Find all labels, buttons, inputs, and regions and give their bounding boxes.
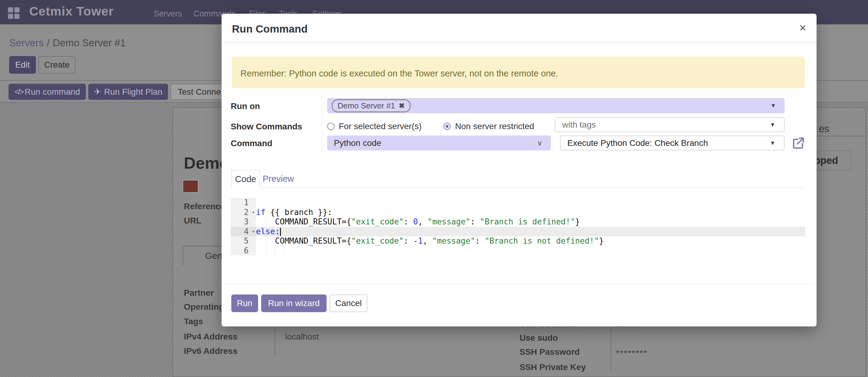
modal-footer-divider (222, 284, 816, 285)
breadcrumb: Servers/Demo Server #1 (9, 37, 126, 49)
ipv6-label: IPv6 Address (184, 346, 238, 356)
code-token: : (275, 227, 280, 236)
radio-non-server-restricted[interactable] (443, 123, 451, 130)
run-command-modal: Run Command × Remember: Python code is e… (222, 14, 816, 326)
code-line[interactable] (256, 198, 805, 208)
indent-guide (275, 246, 275, 256)
fold-arrow-icon[interactable]: ▾ (252, 227, 255, 237)
ssh-password-label: SSH Password (520, 347, 580, 357)
gutter-line-number[interactable]: 3 (231, 217, 256, 227)
breadcrumb-current: Demo Server #1 (53, 37, 126, 49)
show-commands-label: Show Commands (231, 122, 302, 132)
run-flight-plan-button[interactable]: ✈ Run Flight Plan (88, 84, 168, 100)
indent-guide (266, 217, 267, 227)
apps-grid-icon[interactable] (8, 7, 20, 19)
gutter-line-number[interactable]: 6 (231, 246, 256, 256)
code-line[interactable] (256, 246, 805, 256)
run-command-label: Run command (25, 87, 80, 97)
close-icon[interactable]: × (799, 22, 806, 34)
operating-system-label: Operating (184, 302, 224, 312)
code-token: else (256, 227, 275, 236)
indent-guide (283, 246, 284, 256)
code-line[interactable]: else: (256, 227, 805, 237)
partner-label: Partner (184, 288, 214, 298)
ipv4-value: localhost (285, 332, 319, 342)
code-token: } (575, 217, 580, 226)
modal-title: Run Command (232, 23, 308, 35)
breadcrumb-separator: / (44, 37, 53, 49)
code-token: "message" (428, 217, 470, 226)
gutter-line-number[interactable]: 2▾ (231, 208, 256, 218)
code-line[interactable]: COMMAND_RESULT={"exit_code": -1, "messag… (256, 236, 805, 246)
radio-for-selected-servers-label[interactable]: For selected server(s) (339, 121, 422, 131)
code-editor[interactable]: 12▾34▾56 if {{ branch }}: COMMAND_RESULT… (222, 198, 816, 256)
code-token: "Branch is not defined!" (485, 236, 599, 245)
code-token: , (423, 236, 432, 245)
url-label: URL (184, 216, 202, 226)
chevron-down-icon: ▼ (770, 140, 775, 146)
ssh-field-separator (611, 325, 611, 370)
run-button[interactable]: Run (231, 294, 258, 312)
screen: Cetmix Tower Servers Commands Files Tool… (0, 0, 868, 377)
command-label: Command (231, 139, 272, 148)
fold-arrow-icon[interactable]: ▾ (252, 208, 255, 218)
breadcrumb-servers-link[interactable]: Servers (9, 37, 44, 49)
show-commands-radio-group: For selected server(s) Non server restri… (327, 121, 534, 132)
command-value: Execute Python Code: Check Branch (567, 138, 708, 148)
with-tags-select[interactable]: with tags ▼ (555, 117, 785, 132)
form-label-separator (322, 96, 322, 154)
radio-non-server-restricted-label[interactable]: Non server restricted (455, 121, 534, 131)
code-token: , (418, 217, 427, 226)
with-tags-placeholder: with tags (562, 120, 596, 130)
code-token: COMMAND_RESULT={ (256, 236, 351, 245)
editor-lines[interactable]: if {{ branch }}: COMMAND_RESULT={"exit_c… (256, 198, 805, 256)
gutter-line-number[interactable]: 1 (231, 198, 256, 208)
command-type-select[interactable]: Python code ∨ (327, 136, 551, 150)
code-token: "message" (432, 236, 475, 245)
right-panel-header-fragment: es (819, 123, 829, 135)
external-link-icon[interactable] (791, 136, 805, 150)
code-line[interactable]: COMMAND_RESULT={"exit_code": 0, "message… (256, 217, 805, 227)
run-on-select[interactable]: Demo Server #1 ✖ ▼ (327, 98, 785, 113)
tab-preview[interactable]: Preview (259, 170, 297, 188)
plane-icon: ✈ (94, 87, 101, 97)
cancel-button[interactable]: Cancel (330, 294, 367, 312)
code-token: COMMAND_RESULT={ (256, 217, 351, 226)
code-icon: </> (14, 87, 24, 96)
tab-code[interactable]: Code (231, 170, 260, 188)
code-token: if (256, 208, 266, 217)
run-flight-plan-label: Run Flight Plan (104, 87, 162, 97)
radio-for-selected-servers[interactable] (327, 123, 335, 130)
run-command-button[interactable]: </> Run command (8, 84, 86, 100)
command-type-value: Python code (334, 138, 381, 148)
ssh-private-key-label: SSH Private Key (520, 362, 586, 372)
nav-item-servers[interactable]: Servers (154, 9, 182, 19)
code-token: "exit_code" (351, 236, 404, 245)
create-button[interactable]: Create (38, 56, 75, 74)
code-token: : (404, 236, 413, 245)
gutter-line-number[interactable]: 5 (231, 236, 256, 246)
test-connection-button[interactable]: Test Conne (170, 84, 226, 100)
editor-gutter: 12▾34▾56 (231, 198, 256, 256)
chevron-down-icon: ▼ (770, 121, 775, 128)
indent-guide (266, 236, 267, 256)
run-in-wizard-button[interactable]: Run in wizard (261, 294, 327, 312)
code-token: - (413, 236, 418, 245)
tags-label: Tags (184, 317, 203, 326)
gutter-line-number[interactable]: 4▾ (231, 227, 256, 237)
modal-header-divider (222, 42, 816, 42)
ipv4-label: IPv4 Address (184, 332, 238, 342)
server-color-swatch[interactable] (182, 180, 199, 193)
text-cursor (280, 228, 281, 236)
code-token: } (599, 236, 604, 245)
code-token: : (475, 236, 485, 245)
code-line[interactable]: if {{ branch }}: (256, 208, 805, 218)
tag-remove-icon[interactable]: ✖ (399, 102, 404, 110)
edit-button[interactable]: Edit (9, 56, 36, 74)
server-tag-pill[interactable]: Demo Server #1 ✖ (332, 99, 410, 112)
code-token: "Branch is defined!" (480, 217, 575, 226)
use-sudo-label: Use sudo (520, 333, 558, 343)
run-on-label: Run on (231, 102, 260, 111)
field-separator (275, 325, 275, 355)
command-select[interactable]: Execute Python Code: Check Branch ▼ (560, 136, 785, 150)
